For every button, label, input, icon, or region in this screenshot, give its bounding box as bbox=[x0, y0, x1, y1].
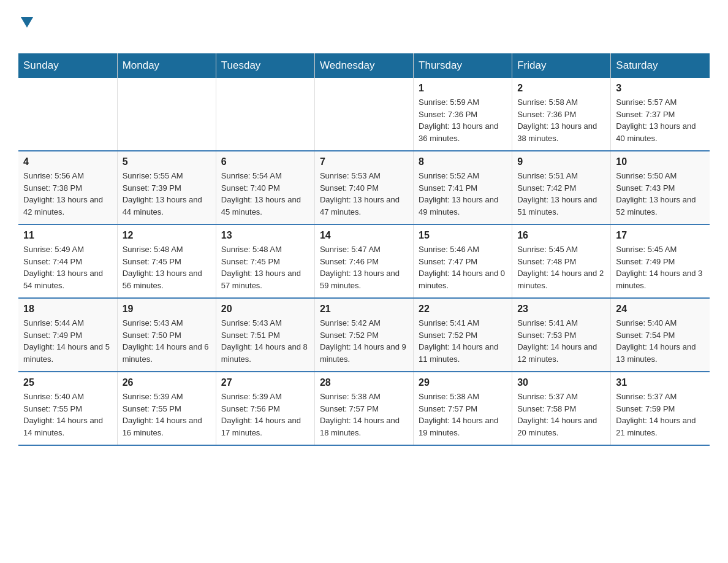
day-number: 22 bbox=[419, 304, 507, 315]
day-info: Sunrise: 5:48 AM Sunset: 7:45 PM Dayligh… bbox=[221, 243, 309, 291]
weekday-header-friday: Friday bbox=[512, 53, 611, 78]
day-number: 5 bbox=[123, 156, 211, 167]
day-number: 1 bbox=[419, 83, 507, 94]
day-info: Sunrise: 5:58 AM Sunset: 7:36 PM Dayligh… bbox=[517, 96, 605, 144]
calendar-cell: 2Sunrise: 5:58 AM Sunset: 7:36 PM Daylig… bbox=[512, 78, 611, 151]
calendar-cell: 24Sunrise: 5:40 AM Sunset: 7:54 PM Dayli… bbox=[611, 298, 710, 372]
day-info: Sunrise: 5:51 AM Sunset: 7:42 PM Dayligh… bbox=[517, 170, 605, 218]
calendar-cell: 13Sunrise: 5:48 AM Sunset: 7:45 PM Dayli… bbox=[216, 224, 314, 298]
day-info: Sunrise: 5:39 AM Sunset: 7:55 PM Dayligh… bbox=[123, 391, 211, 439]
day-number: 20 bbox=[221, 304, 309, 315]
calendar-header: SundayMondayTuesdayWednesdayThursdayFrid… bbox=[18, 53, 710, 78]
day-info: Sunrise: 5:50 AM Sunset: 7:43 PM Dayligh… bbox=[616, 170, 705, 218]
calendar-cell: 18Sunrise: 5:44 AM Sunset: 7:49 PM Dayli… bbox=[18, 298, 117, 372]
calendar-cell: 15Sunrise: 5:46 AM Sunset: 7:47 PM Dayli… bbox=[414, 224, 512, 298]
day-info: Sunrise: 5:56 AM Sunset: 7:38 PM Dayligh… bbox=[23, 170, 112, 218]
calendar-week-4: 18Sunrise: 5:44 AM Sunset: 7:49 PM Dayli… bbox=[18, 298, 710, 372]
calendar-cell: 31Sunrise: 5:37 AM Sunset: 7:59 PM Dayli… bbox=[611, 372, 710, 445]
day-number: 25 bbox=[23, 377, 112, 388]
calendar-cell: 27Sunrise: 5:39 AM Sunset: 7:56 PM Dayli… bbox=[216, 372, 314, 445]
calendar-cell: 8Sunrise: 5:52 AM Sunset: 7:41 PM Daylig… bbox=[414, 151, 512, 224]
day-info: Sunrise: 5:41 AM Sunset: 7:53 PM Dayligh… bbox=[517, 317, 605, 365]
day-info: Sunrise: 5:43 AM Sunset: 7:50 PM Dayligh… bbox=[123, 317, 211, 365]
day-number: 7 bbox=[320, 156, 408, 167]
calendar-week-3: 11Sunrise: 5:49 AM Sunset: 7:44 PM Dayli… bbox=[18, 224, 710, 298]
day-info: Sunrise: 5:44 AM Sunset: 7:49 PM Dayligh… bbox=[23, 317, 112, 365]
weekday-header-sunday: Sunday bbox=[18, 53, 117, 78]
calendar-cell: 28Sunrise: 5:38 AM Sunset: 7:57 PM Dayli… bbox=[314, 372, 413, 445]
logo-inner bbox=[18, 12, 33, 47]
day-number: 4 bbox=[23, 156, 112, 167]
calendar-cell: 5Sunrise: 5:55 AM Sunset: 7:39 PM Daylig… bbox=[117, 151, 216, 224]
day-info: Sunrise: 5:38 AM Sunset: 7:57 PM Dayligh… bbox=[320, 391, 408, 439]
weekday-header-wednesday: Wednesday bbox=[314, 53, 413, 78]
calendar-cell: 17Sunrise: 5:45 AM Sunset: 7:49 PM Dayli… bbox=[611, 224, 710, 298]
calendar-cell bbox=[216, 78, 314, 151]
weekday-header-monday: Monday bbox=[117, 53, 216, 78]
calendar-cell bbox=[117, 78, 216, 151]
day-info: Sunrise: 5:39 AM Sunset: 7:56 PM Dayligh… bbox=[221, 391, 309, 439]
weekday-header-tuesday: Tuesday bbox=[216, 53, 314, 78]
day-info: Sunrise: 5:37 AM Sunset: 7:58 PM Dayligh… bbox=[517, 391, 605, 439]
day-info: Sunrise: 5:40 AM Sunset: 7:54 PM Dayligh… bbox=[616, 317, 705, 365]
calendar-table: SundayMondayTuesdayWednesdayThursdayFrid… bbox=[18, 53, 710, 446]
day-info: Sunrise: 5:45 AM Sunset: 7:48 PM Dayligh… bbox=[517, 243, 605, 291]
day-info: Sunrise: 5:37 AM Sunset: 7:59 PM Dayligh… bbox=[616, 391, 705, 439]
day-number: 16 bbox=[517, 230, 605, 241]
calendar-cell: 1Sunrise: 5:59 AM Sunset: 7:36 PM Daylig… bbox=[414, 78, 512, 151]
day-number: 13 bbox=[221, 230, 309, 241]
day-number: 31 bbox=[616, 377, 705, 388]
calendar-week-1: 1Sunrise: 5:59 AM Sunset: 7:36 PM Daylig… bbox=[18, 78, 710, 151]
calendar-cell: 11Sunrise: 5:49 AM Sunset: 7:44 PM Dayli… bbox=[18, 224, 117, 298]
calendar-cell: 16Sunrise: 5:45 AM Sunset: 7:48 PM Dayli… bbox=[512, 224, 611, 298]
weekday-header-thursday: Thursday bbox=[414, 53, 512, 78]
day-number: 6 bbox=[221, 156, 309, 167]
calendar-cell: 22Sunrise: 5:41 AM Sunset: 7:52 PM Dayli… bbox=[414, 298, 512, 372]
day-info: Sunrise: 5:48 AM Sunset: 7:45 PM Dayligh… bbox=[123, 243, 211, 291]
weekday-header-saturday: Saturday bbox=[611, 53, 710, 78]
day-number: 24 bbox=[616, 304, 705, 315]
day-info: Sunrise: 5:40 AM Sunset: 7:55 PM Dayligh… bbox=[23, 391, 112, 439]
day-number: 28 bbox=[320, 377, 408, 388]
logo-row1 bbox=[18, 12, 33, 28]
day-info: Sunrise: 5:59 AM Sunset: 7:36 PM Dayligh… bbox=[419, 96, 507, 144]
day-number: 19 bbox=[123, 304, 211, 315]
day-info: Sunrise: 5:54 AM Sunset: 7:40 PM Dayligh… bbox=[221, 170, 309, 218]
day-info: Sunrise: 5:45 AM Sunset: 7:49 PM Dayligh… bbox=[616, 243, 705, 291]
day-number: 26 bbox=[123, 377, 211, 388]
calendar-cell: 23Sunrise: 5:41 AM Sunset: 7:53 PM Dayli… bbox=[512, 298, 611, 372]
day-number: 21 bbox=[320, 304, 408, 315]
day-info: Sunrise: 5:38 AM Sunset: 7:57 PM Dayligh… bbox=[419, 391, 507, 439]
day-info: Sunrise: 5:46 AM Sunset: 7:47 PM Dayligh… bbox=[419, 243, 507, 291]
calendar-cell: 7Sunrise: 5:53 AM Sunset: 7:40 PM Daylig… bbox=[314, 151, 413, 224]
day-number: 29 bbox=[419, 377, 507, 388]
calendar-cell: 9Sunrise: 5:51 AM Sunset: 7:42 PM Daylig… bbox=[512, 151, 611, 224]
day-info: Sunrise: 5:47 AM Sunset: 7:46 PM Dayligh… bbox=[320, 243, 408, 291]
calendar-cell: 20Sunrise: 5:43 AM Sunset: 7:51 PM Dayli… bbox=[216, 298, 314, 372]
day-number: 9 bbox=[517, 156, 605, 167]
calendar-cell: 4Sunrise: 5:56 AM Sunset: 7:38 PM Daylig… bbox=[18, 151, 117, 224]
day-info: Sunrise: 5:52 AM Sunset: 7:41 PM Dayligh… bbox=[419, 170, 507, 218]
calendar-cell: 25Sunrise: 5:40 AM Sunset: 7:55 PM Dayli… bbox=[18, 372, 117, 445]
calendar-cell bbox=[314, 78, 413, 151]
day-number: 30 bbox=[517, 377, 605, 388]
calendar-cell: 3Sunrise: 5:57 AM Sunset: 7:37 PM Daylig… bbox=[611, 78, 710, 151]
page-header bbox=[18, 12, 710, 47]
calendar-cell: 30Sunrise: 5:37 AM Sunset: 7:58 PM Dayli… bbox=[512, 372, 611, 445]
weekday-row: SundayMondayTuesdayWednesdayThursdayFrid… bbox=[18, 53, 710, 78]
day-number: 2 bbox=[517, 83, 605, 94]
day-number: 10 bbox=[616, 156, 705, 167]
day-info: Sunrise: 5:43 AM Sunset: 7:51 PM Dayligh… bbox=[221, 317, 309, 365]
calendar-body: 1Sunrise: 5:59 AM Sunset: 7:36 PM Daylig… bbox=[18, 78, 710, 445]
calendar-week-5: 25Sunrise: 5:40 AM Sunset: 7:55 PM Dayli… bbox=[18, 372, 710, 445]
calendar-cell: 26Sunrise: 5:39 AM Sunset: 7:55 PM Dayli… bbox=[117, 372, 216, 445]
day-number: 11 bbox=[23, 230, 112, 241]
calendar-cell: 21Sunrise: 5:42 AM Sunset: 7:52 PM Dayli… bbox=[314, 298, 413, 372]
day-info: Sunrise: 5:55 AM Sunset: 7:39 PM Dayligh… bbox=[123, 170, 211, 218]
day-number: 14 bbox=[320, 230, 408, 241]
calendar-cell: 19Sunrise: 5:43 AM Sunset: 7:50 PM Dayli… bbox=[117, 298, 216, 372]
calendar-week-2: 4Sunrise: 5:56 AM Sunset: 7:38 PM Daylig… bbox=[18, 151, 710, 224]
day-info: Sunrise: 5:57 AM Sunset: 7:37 PM Dayligh… bbox=[616, 96, 705, 144]
day-number: 12 bbox=[123, 230, 211, 241]
day-info: Sunrise: 5:53 AM Sunset: 7:40 PM Dayligh… bbox=[320, 170, 408, 218]
